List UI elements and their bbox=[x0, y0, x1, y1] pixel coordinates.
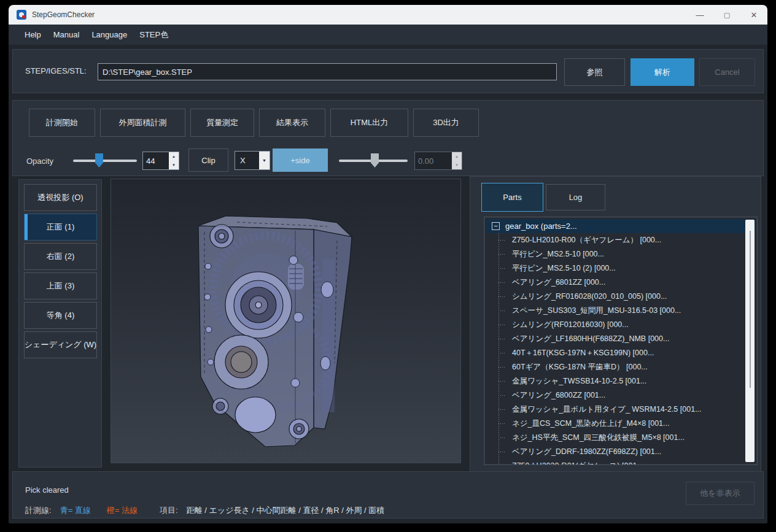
tree-scrollbar-thumb[interactable] bbox=[750, 231, 751, 388]
clip-side-button[interactable]: +side bbox=[273, 148, 328, 172]
clip-offset-slider[interactable] bbox=[339, 152, 408, 169]
tree-item[interactable]: Z750-LH2010-R00（ギヤフレーム） [000... bbox=[486, 233, 755, 247]
view-top-button[interactable]: 上面 (3) bbox=[24, 272, 97, 299]
cancel-button: Cancel bbox=[699, 58, 755, 86]
spin-down-icon: ▼ bbox=[452, 161, 462, 169]
tree-root-row[interactable]: − gear_box (parts=2... bbox=[486, 219, 755, 233]
tree-item[interactable]: ベアリング_6801ZZ [000... bbox=[486, 276, 755, 290]
legend-blue-line: 青= 直線 bbox=[60, 505, 91, 516]
clip-button[interactable]: Clip bbox=[188, 148, 228, 172]
tree-item-label: Z750-LH2020-R01(ギヤケース) [001... bbox=[512, 461, 643, 465]
tree-item[interactable]: 60Tギア（KSG-187N 平歯車D） [000... bbox=[486, 360, 755, 374]
3d-model-gearbox[interactable] bbox=[111, 179, 460, 463]
hide-others-button: 他を非表示 bbox=[686, 482, 755, 505]
browse-button[interactable]: 参照 bbox=[564, 58, 625, 86]
tree-item[interactable]: シムリング_RF016028(020_010_005) [000... bbox=[486, 290, 755, 304]
tab-parts[interactable]: Parts bbox=[481, 183, 543, 212]
tree-item[interactable]: シムリング(RF012016030) [000... bbox=[486, 318, 755, 332]
tree-item[interactable]: 40T＋16T(KSG-197N＋KSG199N) [000... bbox=[486, 346, 755, 360]
file-panel: STEP/IGES/STL: 参照 解析 Cancel bbox=[12, 49, 764, 93]
html-export-button[interactable]: HTML出力 bbox=[330, 109, 408, 137]
app-icon bbox=[17, 10, 26, 20]
opacity-spin-arrows[interactable]: ▲ ▼ bbox=[169, 152, 179, 169]
tools-panel: 計測開始 外周面積計測 質量測定 結果表示 HTML出力 3D出力 Opacit… bbox=[12, 100, 764, 176]
outer-area-button[interactable]: 外周面積計測 bbox=[100, 109, 185, 137]
tree-item-label: スペーサ_SUS303_短間用_MSU-316.5-03 [000... bbox=[512, 306, 681, 316]
window-title: StepGeomChecker bbox=[32, 10, 95, 19]
measure-legend: 計測線: 青= 直線 橙= 法線 項目: 距離 / エッジ長さ / 中心間距離 … bbox=[25, 505, 384, 516]
tree-item[interactable]: 金属ワッシャ_皿ボルト用タイプ_ WSRM14-2.5 [001... bbox=[486, 403, 755, 417]
tree-item-label: ベアリング_6801ZZ [000... bbox=[512, 277, 605, 288]
clip-axis-value[interactable]: X bbox=[235, 152, 259, 169]
measure-start-button[interactable]: 計測開始 bbox=[29, 109, 95, 137]
view-right-button[interactable]: 右面 (2) bbox=[24, 243, 97, 270]
mass-measure-button[interactable]: 質量測定 bbox=[190, 109, 254, 137]
tree-item[interactable]: 平行ピン_MS2.5-10 (2) [000... bbox=[486, 261, 755, 276]
analyze-button[interactable]: 解析 bbox=[630, 58, 694, 86]
tree-item[interactable]: 平行ピン_MS2.5-10 [000... bbox=[486, 247, 755, 261]
export-3d-button[interactable]: 3D出力 bbox=[413, 109, 479, 137]
minimize-icon[interactable]: — bbox=[686, 5, 713, 25]
clip-slider-handle[interactable] bbox=[371, 153, 379, 168]
tree-item[interactable]: ネジ_HS平先_SCM_四三酸化鉄被膜_M5×8 [001... bbox=[486, 431, 755, 445]
tree-item-label: ベアリング_6800ZZ [001... bbox=[512, 390, 605, 401]
title-bar: StepGeomChecker — ▢ ✕ bbox=[9, 5, 767, 25]
close-icon[interactable]: ✕ bbox=[740, 5, 767, 25]
tree-root-label: gear_box (parts=2... bbox=[505, 222, 577, 231]
parts-panel: Parts Log − gear_box (parts=2... Z750-LH… bbox=[470, 176, 761, 474]
view-sidebar: 透視投影 (O) 正面 (1) 右面 (2) 上面 (3) 等角 (4) シェー… bbox=[18, 179, 102, 468]
results-button[interactable]: 結果表示 bbox=[259, 109, 325, 137]
tree-item-label: ベアリング_DDRF-1980ZZ(F698ZZ) [001... bbox=[512, 447, 661, 457]
measure-items: 距離 / エッジ長さ / 中心間距離 / 直径 / 角R / 外周 / 面積 bbox=[187, 505, 385, 516]
tree-item-label: 金属ワッシャ_TWSSB14-10-2.5 [001... bbox=[512, 376, 646, 387]
opacity-slider[interactable] bbox=[73, 152, 137, 169]
tree-item-label: ネジ_HS平先_SCM_四三酸化鉄被膜_M5×8 [001... bbox=[512, 433, 685, 443]
window-controls: — ▢ ✕ bbox=[686, 5, 767, 25]
parts-tree[interactable]: − gear_box (parts=2... Z750-LH2010-R00（ギ… bbox=[484, 217, 758, 465]
view-shading-button[interactable]: シェーディング (W) bbox=[24, 331, 97, 358]
opacity-value[interactable]: 44 bbox=[143, 152, 169, 169]
collapse-icon[interactable]: − bbox=[492, 222, 500, 230]
clip-axis-dropdown[interactable]: X ▼ bbox=[235, 151, 270, 170]
tree-item[interactable]: ネジ_皿CS_SCM_黒染め仕上げ_M4×8 [001... bbox=[486, 417, 755, 431]
tree-item[interactable]: 金属ワッシャ_TWSSB14-10-2.5 [001... bbox=[486, 374, 755, 388]
measure-lines-label: 計測線: bbox=[25, 505, 52, 516]
tree-children: Z750-LH2010-R00（ギヤフレーム） [000... 平行ピン_MS2… bbox=[486, 233, 755, 465]
menu-bar: Help Manual Language STEP色 bbox=[9, 25, 767, 45]
tree-item[interactable]: Z750-LH2020-R01(ギヤケース) [001... bbox=[486, 459, 755, 465]
view-perspective-button[interactable]: 透視投影 (O) bbox=[24, 184, 97, 211]
measure-items-label: 項目: bbox=[160, 505, 178, 516]
tree-item-label: 金属ワッシャ_皿ボルト用タイプ_ WSRM14-2.5 [001... bbox=[512, 404, 702, 415]
view-iso-button[interactable]: 等角 (4) bbox=[24, 302, 97, 329]
opacity-spinner[interactable]: 44 ▲ ▼ bbox=[142, 152, 179, 170]
spin-up-icon[interactable]: ▲ bbox=[169, 152, 179, 161]
tree-item[interactable]: ベアリング_LF1680HH(F688ZZ)_NMB [000... bbox=[486, 332, 755, 346]
tree-item[interactable]: ベアリング_6800ZZ [001... bbox=[486, 388, 755, 403]
tree-item-label: ネジ_皿CS_SCM_黒染め仕上げ_M4×8 [001... bbox=[512, 418, 669, 429]
menu-manual[interactable]: Manual bbox=[47, 26, 86, 44]
opacity-slider-track[interactable] bbox=[73, 160, 137, 162]
status-message: Pick cleared bbox=[25, 485, 69, 495]
menu-language[interactable]: Language bbox=[85, 26, 133, 44]
app-window: StepGeomChecker — ▢ ✕ Help Manual Langua… bbox=[9, 5, 767, 523]
tree-item[interactable]: ベアリング_DDRF-1980ZZ(F698ZZ) [001... bbox=[486, 445, 755, 459]
file-type-label: STEP/IGES/STL: bbox=[25, 66, 87, 75]
menu-help[interactable]: Help bbox=[18, 26, 47, 44]
menu-step-color[interactable]: STEP色 bbox=[133, 25, 174, 45]
maximize-icon[interactable]: ▢ bbox=[713, 5, 740, 25]
clip-offset-spin-arrows: ▲ ▼ bbox=[452, 152, 462, 169]
status-panel: Pick cleared 計測線: 青= 直線 橙= 法線 項目: 距離 / エ… bbox=[12, 471, 764, 519]
3d-viewport[interactable] bbox=[111, 179, 461, 463]
view-front-button[interactable]: 正面 (1) bbox=[24, 214, 97, 241]
chevron-down-icon[interactable]: ▼ bbox=[259, 152, 270, 169]
opacity-label: Opacity bbox=[26, 156, 53, 166]
file-path-input[interactable] bbox=[98, 63, 557, 80]
tab-log[interactable]: Log bbox=[546, 184, 605, 210]
spin-down-icon[interactable]: ▼ bbox=[169, 161, 179, 169]
tree-item[interactable]: スペーサ_SUS303_短間用_MSU-316.5-03 [000... bbox=[486, 304, 755, 318]
tree-scrollbar[interactable] bbox=[745, 220, 755, 462]
tree-item-label: シムリング_RF016028(020_010_005) [000... bbox=[512, 291, 667, 302]
clip-offset-value: 0.00 bbox=[415, 152, 452, 169]
opacity-slider-handle[interactable] bbox=[95, 153, 103, 168]
tree-item-label: シムリング(RF012016030) [000... bbox=[512, 320, 629, 330]
